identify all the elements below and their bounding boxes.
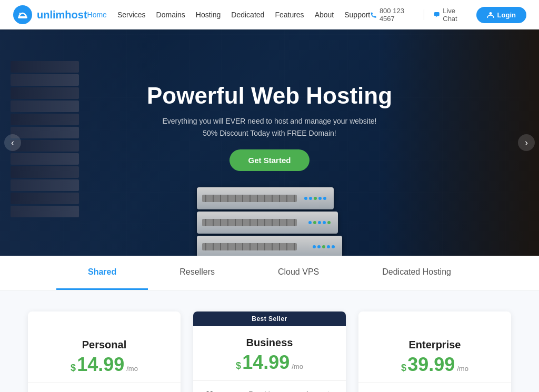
pricing-card-business: Best Seller Business $ 14.99 /mo 99 Reso… [193,311,346,392]
pricing-card-personal: Personal $ 14.99 /mo 19 Resold Accounts … [28,311,181,392]
phone-number: 800 123 4567 [370,7,414,23]
tabs-container: Shared Resellers Cloud VPS Dedicated Hos… [0,256,539,290]
price-amount-enterprise: 39.99 [407,355,455,374]
price-period-enterprise: /mo [457,365,468,373]
price-period-personal: /mo [126,365,138,373]
tab-cloud-vps[interactable]: Cloud VPS [246,256,351,290]
tab-resellers[interactable]: Resellers [148,256,246,290]
hero-section: ‹ Powerful Web Hosting Everything you wi… [0,29,539,256]
get-started-button[interactable]: Get Started [229,149,310,171]
login-button[interactable]: Login [476,7,526,23]
tab-dedicated[interactable]: Dedicated Hosting [351,256,483,290]
card-feature-resold-personal: 19 Resold Accounts [28,389,181,392]
price-amount-personal: 14.99 [77,355,124,374]
card-divider [28,383,181,383]
feature-unit: Accounts [305,390,333,392]
price-dollar: $ [236,360,241,371]
price-dollar: $ [401,363,406,374]
server-unit-1 [197,187,334,209]
nav-domains[interactable]: Domains [156,11,185,19]
svg-rect-3 [434,12,440,16]
drive-light [308,221,312,224]
tab-shared[interactable]: Shared [56,256,148,290]
logo[interactable]: unlimhost [13,5,87,25]
card-no-badge [358,311,511,328]
svg-point-4 [489,12,492,15]
feature-value: 99 [206,390,213,392]
drive-light [309,197,312,200]
pricing-cards: Personal $ 14.99 /mo 19 Resold Accounts … [21,311,518,392]
card-price-enterprise: $ 39.99 /mo [371,355,498,374]
price-dollar: $ [71,363,76,374]
hero-subtitle: Everything you will EVER need to host an… [162,115,376,139]
login-icon [487,11,494,18]
price-amount-business: 14.99 [242,353,290,372]
server-unit-3 [197,236,342,256]
card-title-enterprise: Enterprise [371,339,498,351]
card-price-business: $ 14.99 /mo [206,353,333,372]
feature-label: Resold [248,390,270,392]
drive-light [313,245,316,248]
server-unit-2 [197,212,338,234]
logo-text: unlimhost [37,9,87,21]
main-nav: Home Services Domains Hosting Dedicated … [87,11,371,19]
svg-point-0 [13,5,32,24]
card-divider [193,380,346,381]
drive-lights-2 [308,221,331,224]
drive-light [318,221,321,224]
card-body-enterprise: Enterprise $ 39.99 /mo [358,328,511,374]
svg-rect-1 [18,16,27,18]
hero-content: Powerful Web Hosting Everything you will… [147,83,392,171]
chat-icon [434,11,440,18]
drive-light [332,245,335,248]
header-right: 800 123 4567 Live Chat Login [370,7,526,23]
nav-services[interactable]: Services [117,11,146,19]
drive-light [322,245,325,248]
drive-light [304,197,307,200]
card-no-badge [28,311,181,328]
server-image [197,187,342,256]
nav-dedicated[interactable]: Dedicated [231,11,264,19]
card-title-business: Business [206,337,333,349]
nav-home[interactable]: Home [87,11,107,19]
card-body-business: Business $ 14.99 /mo [193,326,346,372]
pricing-card-enterprise: Enterprise $ 39.99 /mo 119 Resold Accoun… [358,311,511,392]
card-price-personal: $ 14.99 /mo [41,355,168,374]
drive-light [318,197,322,200]
hero-prev-button[interactable]: ‹ [4,134,21,151]
drive-light [313,221,316,224]
drive-light [323,221,326,224]
drive-light [317,245,321,248]
phone-icon [370,11,376,18]
drive-light [323,197,326,200]
hero-rack-right [381,29,539,256]
live-chat-button[interactable]: Live Chat [434,7,467,23]
drive-light [327,221,331,224]
logo-icon [13,5,33,25]
pricing-section: Personal $ 14.99 /mo 19 Resold Accounts … [0,290,539,392]
card-title-personal: Personal [41,339,168,351]
header: unlimhost Home Services Domains Hosting … [0,0,539,29]
drive-light [327,245,330,248]
nav-features[interactable]: Features [275,11,304,19]
card-feature-resold-enterprise: 119 Resold Accounts [358,389,511,392]
drive-lights-1 [304,197,326,200]
price-period-business: /mo [292,363,303,370]
card-divider [358,383,511,383]
hero-title: Powerful Web Hosting [147,83,392,109]
drive-light [314,197,317,200]
svg-point-2 [19,13,21,15]
nav-support[interactable]: Support [344,11,370,19]
card-body-personal: Personal $ 14.99 /mo [28,328,181,374]
card-feature-resold-business: 99 Resold Accounts [193,387,346,392]
hero-next-button[interactable]: › [518,134,535,151]
card-badge-business: Best Seller [193,311,346,326]
drive-lights-3 [313,245,335,248]
hosting-tabs: Shared Resellers Cloud VPS Dedicated Hos… [0,256,539,290]
nav-hosting[interactable]: Hosting [196,11,221,19]
nav-about[interactable]: About [315,11,334,19]
header-divider [424,9,424,20]
